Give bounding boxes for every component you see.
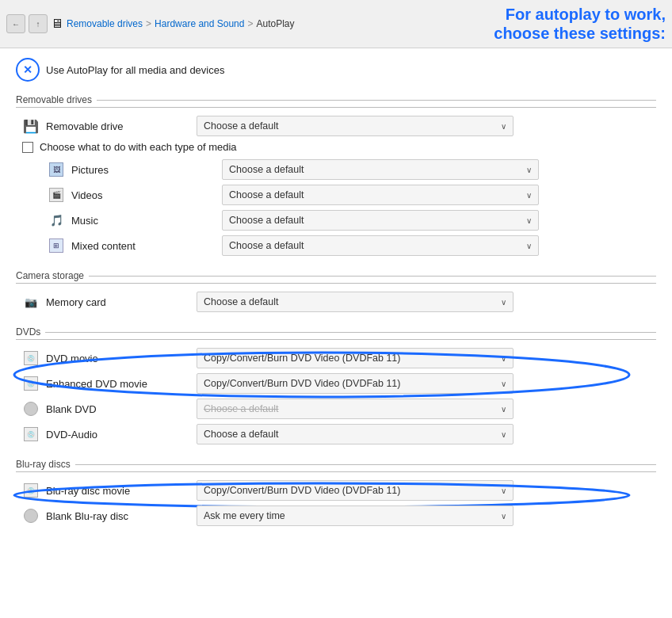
blank-dvd-dropdown-value: Choose a default: [204, 403, 279, 414]
checkbox-symbol: ✕: [23, 63, 32, 76]
section-header-bluray: Blu-ray discs: [16, 459, 656, 472]
item-row-bluray-movie: 💿 Blu-ray disc movie Copy/Convert/Burn D…: [16, 480, 656, 501]
section-title-dvds: DVDs: [16, 326, 40, 338]
section-divider-bluray: [75, 464, 656, 465]
removable-drive-dropdown[interactable]: Choose a default ∨: [197, 116, 514, 136]
blank-dvd-label: Blank DVD: [46, 403, 197, 415]
autoplay-toggle-row: ✕ Use AutoPlay for all media and devices: [16, 58, 656, 82]
dvd-audio-icon: 💿: [22, 425, 40, 443]
item-row-blank-dvd: Blank DVD Choose a default ∨: [16, 399, 656, 419]
breadcrumb: Removable drives > Hardware and Sound > …: [67, 18, 295, 29]
breadcrumb-sep-2: >: [247, 18, 253, 29]
breadcrumb-autoplay: AutoPlay: [257, 18, 295, 29]
memory-card-dropdown-value: Choose a default: [204, 296, 279, 307]
memory-card-dropdown[interactable]: Choose a default ∨: [197, 292, 514, 312]
videos-label: Videos: [71, 189, 222, 201]
enhanced-dvd-dropdown[interactable]: Copy/Convert/Burn DVD Video (DVDFab 11) …: [197, 373, 514, 394]
music-dropdown-value: Choose a default: [229, 215, 304, 226]
up-button[interactable]: ↑: [29, 14, 48, 33]
choose-type-checkbox[interactable]: [22, 142, 33, 153]
item-row-videos: 🎬 Videos Choose a default ∨: [41, 185, 656, 205]
bluray-movie-icon: 💿: [22, 482, 40, 499]
mixed-content-dropdown[interactable]: Choose a default ∨: [222, 235, 539, 256]
breadcrumb-control-panel[interactable]: Removable drives: [67, 18, 143, 29]
dvd-movie-dropdown-value: Copy/Convert/Burn DVD Video (DVDFab 11): [204, 353, 401, 364]
blank-dvd-dropdown-arrow: ∨: [501, 405, 506, 414]
enhanced-dvd-label: Enhanced DVD movie: [46, 378, 197, 390]
mixed-content-dropdown-arrow: ∨: [526, 242, 532, 250]
music-icon: 🎵: [48, 212, 65, 229]
dvd-audio-label: DVD-Audio: [46, 429, 197, 441]
autoplay-checkbox[interactable]: ✕: [16, 58, 40, 82]
music-dropdown[interactable]: Choose a default ∨: [222, 210, 539, 231]
blank-dvd-icon: [22, 400, 40, 418]
item-row-removable-drive: 💾 Removable drive Choose a default ∨: [16, 116, 656, 136]
enhanced-dvd-dropdown-arrow: ∨: [501, 380, 506, 388]
section-title-bluray: Blu-ray discs: [16, 459, 71, 470]
pictures-dropdown-arrow: ∨: [526, 166, 532, 174]
blank-dvd-dropdown[interactable]: Choose a default ∨: [197, 399, 514, 419]
memory-card-dropdown-arrow: ∨: [501, 298, 506, 307]
pictures-icon: 🖼: [48, 161, 65, 178]
autoplay-label: Use AutoPlay for all media and devices: [46, 64, 224, 76]
item-row-mixed-content: ⊞ Mixed content Choose a default ∨: [41, 235, 656, 256]
blank-bluray-label: Blank Blu-ray disc: [46, 510, 197, 522]
videos-icon: 🎬: [48, 186, 65, 204]
choose-type-checkbox-row: Choose what to do with each type of medi…: [16, 141, 656, 153]
item-row-memory-card: 📷 Memory card Choose a default ∨: [16, 292, 656, 312]
item-row-music: 🎵 Music Choose a default ∨: [41, 210, 656, 231]
section-title-removable: Removable drives: [16, 94, 92, 105]
annotation-text: For autoplay to work,choose these settin…: [494, 5, 666, 43]
removable-drive-label: Removable drive: [46, 120, 197, 132]
breadcrumb-hardware-sound[interactable]: Hardware and Sound: [155, 18, 244, 29]
item-row-pictures: 🖼 Pictures Choose a default ∨: [41, 159, 656, 180]
section-title-camera: Camera storage: [16, 270, 84, 281]
section-divider-camera: [89, 276, 656, 277]
section-camera-storage: Camera storage 📷 Memory card Choose a de…: [16, 270, 656, 312]
music-dropdown-arrow: ∨: [526, 216, 532, 225]
mixed-content-dropdown-value: Choose a default: [229, 240, 304, 251]
section-bluray: Blu-ray discs 💿 Blu-ray disc movie Copy/…: [16, 459, 656, 526]
pictures-label: Pictures: [71, 164, 222, 176]
section-header-camera: Camera storage: [16, 270, 656, 284]
blank-bluray-dropdown-value: Ask me every time: [204, 510, 285, 521]
enhanced-dvd-icon: 💿: [22, 375, 40, 392]
section-divider-removable: [97, 100, 656, 101]
item-row-enhanced-dvd: 💿 Enhanced DVD movie Copy/Convert/Burn D…: [16, 373, 656, 394]
blank-bluray-dropdown-arrow: ∨: [501, 512, 506, 521]
dvd-audio-dropdown-value: Choose a default: [204, 429, 279, 440]
dvd-audio-dropdown[interactable]: Choose a default ∨: [197, 424, 514, 444]
section-removable-drives: Removable drives 💾 Removable drive Choos…: [16, 94, 656, 256]
pictures-dropdown[interactable]: Choose a default ∨: [222, 159, 539, 180]
bluray-movie-dropdown[interactable]: Copy/Convert/Burn DVD Video (DVDFab 11) …: [197, 480, 514, 501]
music-label: Music: [71, 215, 222, 227]
mixed-content-label: Mixed content: [71, 240, 222, 252]
item-row-blank-bluray: Blank Blu-ray disc Ask me every time ∨: [16, 505, 656, 526]
dvd-movie-dropdown[interactable]: Copy/Convert/Burn DVD Video (DVDFab 11) …: [197, 348, 514, 368]
removable-drive-dropdown-value: Choose a default: [204, 120, 279, 132]
header-bar: ← ↑ 🖥 Removable drives > Hardware and So…: [0, 0, 672, 48]
memory-card-label: Memory card: [46, 296, 197, 308]
back-button[interactable]: ←: [6, 14, 25, 33]
blank-bluray-dropdown[interactable]: Ask me every time ∨: [197, 505, 514, 526]
media-type-rows: 🖼 Pictures Choose a default ∨ 🎬 Videos C…: [16, 159, 656, 256]
videos-dropdown-arrow: ∨: [526, 191, 532, 200]
section-header-removable: Removable drives: [16, 94, 656, 108]
memory-card-icon: 📷: [22, 293, 40, 311]
removable-drive-dropdown-arrow: ∨: [501, 122, 506, 131]
section-divider-dvds: [45, 332, 656, 333]
main-content: ✕ Use AutoPlay for all media and devices…: [0, 48, 672, 556]
breadcrumb-sep-1: >: [146, 18, 151, 29]
blank-bluray-icon: [22, 507, 40, 525]
item-row-dvd-audio: 💿 DVD-Audio Choose a default ∨: [16, 424, 656, 444]
enhanced-dvd-dropdown-value: Copy/Convert/Burn DVD Video (DVDFab 11): [204, 378, 401, 389]
dvd-movie-icon: 💿: [22, 349, 40, 367]
bluray-movie-dropdown-arrow: ∨: [501, 486, 506, 495]
mixed-content-icon: ⊞: [48, 237, 65, 254]
dvd-movie-label: DVD movie: [46, 353, 197, 364]
videos-dropdown[interactable]: Choose a default ∨: [222, 185, 539, 205]
bluray-movie-label: Blu-ray disc movie: [46, 485, 197, 497]
removable-drive-icon: 💾: [22, 117, 40, 135]
item-row-dvd-movie: 💿 DVD movie Copy/Convert/Burn DVD Video …: [16, 348, 656, 368]
control-panel-icon: 🖥: [51, 17, 63, 31]
